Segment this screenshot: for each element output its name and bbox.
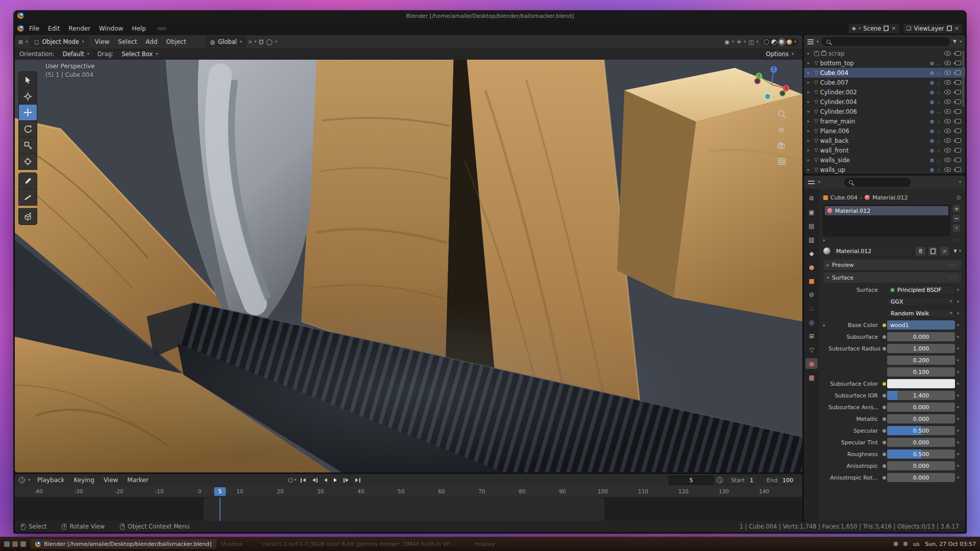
material-slot-list[interactable]: Material.012: [823, 205, 950, 236]
distribution-dropdown[interactable]: GGX ▾: [887, 297, 955, 306]
tool-move[interactable]: [18, 104, 37, 121]
properties-tab-world[interactable]: ●: [805, 262, 818, 272]
filter-icon[interactable]: ▼: [953, 39, 957, 44]
disable-in-render-toggle[interactable]: [955, 119, 961, 123]
playhead-line[interactable]: [219, 497, 220, 521]
panel-drag-handle[interactable]: ∷∷: [949, 262, 958, 268]
input-value-field[interactable]: 0.000: [887, 414, 955, 423]
viewport-menu-item[interactable]: Object: [162, 37, 190, 46]
properties-tab-object-data[interactable]: ▽: [805, 344, 818, 355]
properties-tab-tool[interactable]: ⚙: [805, 193, 818, 204]
decorator-dot[interactable]: [955, 441, 961, 443]
hide-in-viewport-toggle[interactable]: [944, 61, 951, 65]
disable-in-render-toggle[interactable]: [955, 138, 961, 143]
workspace-tab[interactable]: [196, 27, 205, 30]
outliner-editor-icon[interactable]: [807, 39, 814, 44]
options-button[interactable]: Options ▾: [762, 49, 798, 59]
tool-select-box[interactable]: [18, 71, 37, 88]
decorator-dot[interactable]: [955, 300, 961, 303]
disable-in-render-toggle[interactable]: [955, 99, 961, 104]
outliner-row-walls_up[interactable]: walls_up: [804, 165, 965, 174]
object-name[interactable]: Cube.004: [820, 69, 848, 77]
input-value-field[interactable]: 1.000: [887, 344, 955, 353]
tool-cursor[interactable]: [18, 88, 37, 105]
object-name[interactable]: Plane.006: [820, 128, 849, 135]
input-value-field[interactable]: 0.200: [887, 356, 955, 365]
properties-tab-view-layer[interactable]: ▧: [805, 234, 818, 245]
hide-in-viewport-toggle[interactable]: [944, 70, 951, 75]
input-value-field[interactable]: 0.500: [887, 426, 955, 435]
taskbar-inactive-button[interactable]: shadow: [221, 541, 242, 547]
launcher-icon[interactable]: [4, 541, 10, 547]
object-name[interactable]: Cylinder.004: [820, 98, 857, 106]
unlink-scene-icon[interactable]: ×: [891, 26, 896, 31]
remove-slot-button[interactable]: −: [952, 214, 961, 222]
properties-tab-texture[interactable]: ▦: [805, 372, 818, 383]
menu-item[interactable]: File: [25, 24, 43, 33]
breadcrumb-object[interactable]: Cube.004: [830, 194, 857, 201]
disclosure-icon[interactable]: [807, 148, 812, 153]
material-users-button[interactable]: 8: [915, 246, 926, 256]
workspace-tab[interactable]: [254, 27, 263, 30]
object-name[interactable]: walls_side: [820, 157, 850, 164]
disclosure-icon[interactable]: [807, 80, 812, 85]
input-value-field[interactable]: [887, 379, 955, 388]
decorator-dot[interactable]: [955, 394, 961, 396]
workspace-tab[interactable]: [157, 27, 166, 30]
jump-to-start-button[interactable]: [298, 477, 308, 484]
properties-tab-object[interactable]: ■: [805, 276, 818, 286]
hide-in-viewport-toggle[interactable]: [944, 51, 951, 56]
viewport-menu-item[interactable]: Add: [141, 37, 161, 46]
decorator-dot[interactable]: [955, 289, 961, 291]
decorator-dot[interactable]: [955, 418, 961, 420]
properties-tab-output[interactable]: ▤: [805, 220, 818, 231]
input-value-field[interactable]: wood1: [887, 320, 955, 330]
subsurface-method-dropdown[interactable]: Random Walk ▾: [887, 309, 955, 318]
title-bar[interactable]: Blender [/home/amalie/Desktop/blender/ba…: [13, 10, 967, 21]
timeline-menu-item[interactable]: View: [100, 475, 122, 485]
panel-drag-handle[interactable]: ∷∷: [952, 237, 961, 243]
disclosure-icon[interactable]: [807, 109, 812, 114]
disclosure-icon[interactable]: [807, 70, 812, 75]
decorator-dot[interactable]: [955, 406, 961, 408]
tool-scale[interactable]: [18, 137, 37, 154]
tool-measure[interactable]: [18, 189, 37, 206]
shading-material-preview-icon[interactable]: [779, 39, 785, 45]
viewport-menu-item[interactable]: Select: [114, 37, 141, 46]
taskbar-inactive-button[interactable]: msplay: [475, 541, 495, 547]
zoom-icon[interactable]: [776, 109, 787, 119]
prev-keyframe-button[interactable]: [310, 477, 320, 484]
decorator-dot[interactable]: [955, 430, 961, 432]
taskbar-inactive-button[interactable]: mksir1-1.svf-1.0 [RGB color 8-bit gamma …: [263, 541, 454, 547]
properties-tab-particles[interactable]: ∴: [805, 303, 818, 314]
disclosure-icon[interactable]: [807, 129, 812, 133]
disclosure-icon[interactable]: [807, 119, 812, 123]
object-name[interactable]: frame_main: [820, 118, 855, 125]
panel-drag-handle[interactable]: ∷∷: [949, 275, 958, 281]
outliner-row-Plane.006[interactable]: Plane.006: [804, 126, 965, 136]
properties-tab-modifiers[interactable]: ⚙: [805, 289, 818, 300]
blender-menu-icon[interactable]: [17, 25, 24, 32]
toggle-ortho-icon[interactable]: [776, 156, 787, 167]
decorator-dot[interactable]: [955, 347, 961, 349]
navigation-gizmo[interactable]: X Y Z: [752, 64, 791, 103]
workspace-tab[interactable]: [225, 27, 234, 30]
outliner-row-frame_main[interactable]: frame_main: [804, 116, 965, 126]
pin-icon[interactable]: ⊙: [957, 194, 961, 201]
mode-dropdown[interactable]: ◻ Object Mode ▾: [30, 37, 88, 47]
menu-item[interactable]: Help: [128, 24, 150, 33]
disable-in-render-toggle[interactable]: [955, 51, 961, 56]
properties-tab-physics[interactable]: ◎: [805, 317, 818, 328]
hide-in-viewport-toggle[interactable]: [944, 119, 951, 123]
workspace-tab[interactable]: [215, 27, 225, 30]
hide-in-viewport-toggle[interactable]: [944, 80, 951, 85]
shading-solid-icon[interactable]: [771, 39, 777, 45]
disable-in-render-toggle[interactable]: [955, 90, 961, 94]
outliner-row-Cylinder.002[interactable]: Cylinder.002: [804, 87, 965, 97]
decorator-dot[interactable]: [955, 312, 961, 314]
slot-specials-button[interactable]: ▾: [952, 224, 961, 232]
tool-rotate[interactable]: [18, 120, 37, 137]
properties-tab-scene[interactable]: ◆: [805, 248, 818, 259]
workspace-tab[interactable]: [244, 27, 254, 30]
current-frame-field[interactable]: 5: [669, 475, 714, 485]
